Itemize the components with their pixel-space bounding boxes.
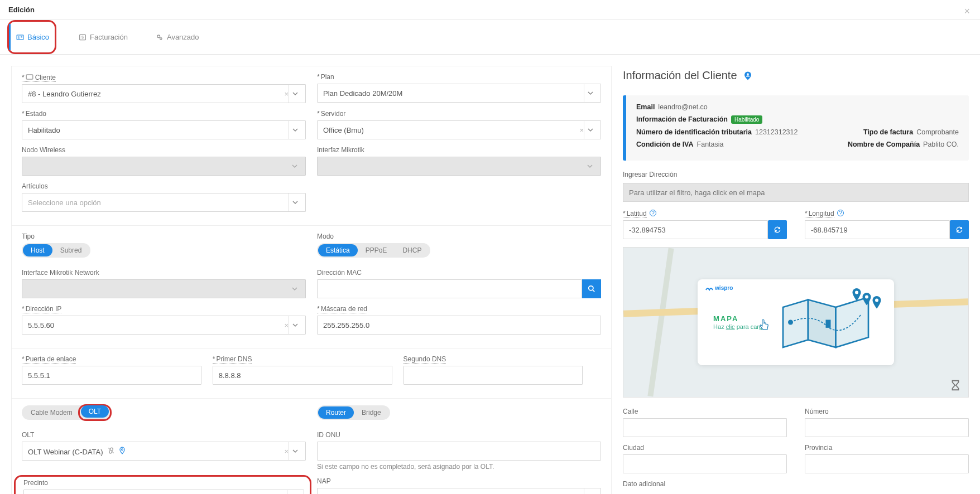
cursor-hand-icon [757,318,771,333]
modal-header: Edición × [0,0,980,20]
clear-icon[interactable]: × [284,321,289,330]
chevron-down-icon[interactable] [289,316,301,334]
svg-point-14 [788,320,793,325]
nodo-select [22,157,306,176]
pill-olt[interactable]: OLT [81,405,109,418]
clear-icon[interactable]: × [284,447,289,456]
search-icon [588,285,595,293]
pill-cablemodem[interactable]: Cable Modem [23,406,80,419]
numero-input[interactable] [805,418,969,437]
svg-point-16 [855,291,858,294]
svg-text:$: $ [81,35,84,39]
articulos-select[interactable]: Seleccione una opción [22,193,306,212]
address-label: Ingresar Dirección [623,171,969,178]
precinto-select[interactable]: TEST0999EXT × [23,490,304,494]
servidor-value: Office (Bmu) [323,126,364,134]
nap-select[interactable]: Busque por nombre o F/B/P [317,488,601,494]
location-pin-icon [118,447,126,454]
close-icon[interactable]: × [964,6,970,17]
ip-select[interactable]: 5.5.5.60 × [22,316,306,335]
svg-point-13 [747,73,749,75]
refresh-icon [955,226,963,234]
cliente-select[interactable]: #8 - Leandro Gutierrez × [22,84,306,103]
mascara-input[interactable]: 255.255.255.0 [317,316,601,335]
pill-pppoe[interactable]: PPPoE [358,244,395,256]
svg-point-7 [160,37,162,40]
plan-select[interactable]: Plan Dedicado 20M/20M [317,84,601,103]
map-card: wispro MAPA Haz clic para cargar [698,279,894,365]
clear-icon[interactable]: × [284,90,289,98]
olt-select[interactable]: OLT Webinar (C-DATA) × [22,442,306,461]
pill-dhcp[interactable]: DHCP [395,244,429,256]
chevron-down-icon[interactable] [287,490,299,494]
annotation-ring-tab: Básico [7,20,56,54]
chevron-down-icon[interactable] [289,85,301,103]
tabs-nav: Básico $ Facturación Avanzado [0,20,980,55]
id-onu-label: ID ONU [317,431,601,439]
tab-basico[interactable]: Básico [9,24,55,50]
chevron-down-icon[interactable] [289,442,301,460]
client-info-title-text: Información del Cliente [623,69,737,82]
dns2-input[interactable] [403,366,583,385]
olt-label: OLT [22,431,306,439]
provincia-input[interactable] [805,454,969,473]
annotation-ring-precinto: Precinto TEST0999EXT × [14,475,311,494]
svg-line-10 [593,290,595,292]
tab-avanzado-label: Avanzado [167,33,199,41]
olt-value: OLT Webinar (C-DATA) [28,448,103,456]
latitud-refresh-button[interactable] [768,220,787,239]
ip-value: 5.5.5.60 [28,321,54,330]
dns1-input[interactable]: 8.8.8.8 [213,366,392,385]
id-onu-hint: Si este campo no es completado, será asi… [317,463,601,471]
calle-input[interactable] [623,418,787,437]
pill-bridge[interactable]: Bridge [354,406,389,419]
invoice-type-v: Comprobante [916,128,959,136]
map-placeholder[interactable]: wispro MAPA Haz clic para cargar [623,247,969,398]
address-filter-input[interactable]: Para utilizar el filtro, haga click en e… [623,183,969,202]
chevron-down-icon[interactable] [289,193,301,211]
latitud-input[interactable]: -32.894753 [623,220,768,239]
nodo-label: Nodo Wireless [22,146,306,154]
pill-estatica[interactable]: Estática [318,244,358,256]
pill-host[interactable]: Host [23,244,52,256]
wispro-logo: wispro [705,285,733,291]
pill-subred[interactable]: Subred [52,244,90,256]
tab-facturacion-label: Facturación [90,33,128,41]
articulos-placeholder: Seleccione una opción [28,198,101,207]
interfaz-mk-select [317,157,601,176]
help-icon[interactable]: ? [650,210,656,216]
billing-info-k: Información de Facturación [636,115,728,124]
id-onu-input[interactable] [317,442,601,461]
svg-point-18 [875,299,878,302]
provincia-label: Provincia [805,444,969,452]
chevron-down-icon[interactable] [584,84,596,102]
map-pin-icon [872,296,882,309]
estado-select[interactable]: Habilitado [22,120,306,139]
mascara-label: Máscara de red [317,305,601,313]
person-pin-icon [743,71,753,81]
ciudad-input[interactable] [623,454,787,473]
chevron-down-icon [289,157,301,175]
plan-label: Plan [317,73,601,81]
tab-avanzado[interactable]: Avanzado [150,20,205,54]
longitud-input[interactable]: -68.845719 [805,220,950,239]
chevron-down-icon[interactable] [289,121,301,139]
tab-facturacion[interactable]: $ Facturación [73,20,133,54]
help-icon[interactable]: ? [837,210,844,216]
mode2-toggle: Router Bridge [317,405,390,420]
gears-icon [156,33,164,41]
pill-router[interactable]: Router [318,406,354,419]
servidor-select[interactable]: Office (Bmu) × [317,120,601,139]
taxid-k: Número de identificación tributaria [636,128,752,136]
puerta-input[interactable]: 5.5.5.1 [22,366,201,385]
mac-search-button[interactable] [582,279,601,298]
chevron-down-icon[interactable] [584,488,596,494]
tipo-toggle: Host Subred [22,243,90,258]
mac-input[interactable] [317,279,582,298]
clear-icon[interactable]: × [579,126,584,134]
ciudad-label: Ciudad [623,444,787,452]
taxid-v: 12312312312 [755,128,798,136]
chevron-down-icon [584,157,596,175]
chevron-down-icon[interactable] [584,121,596,139]
longitud-refresh-button[interactable] [950,220,969,239]
